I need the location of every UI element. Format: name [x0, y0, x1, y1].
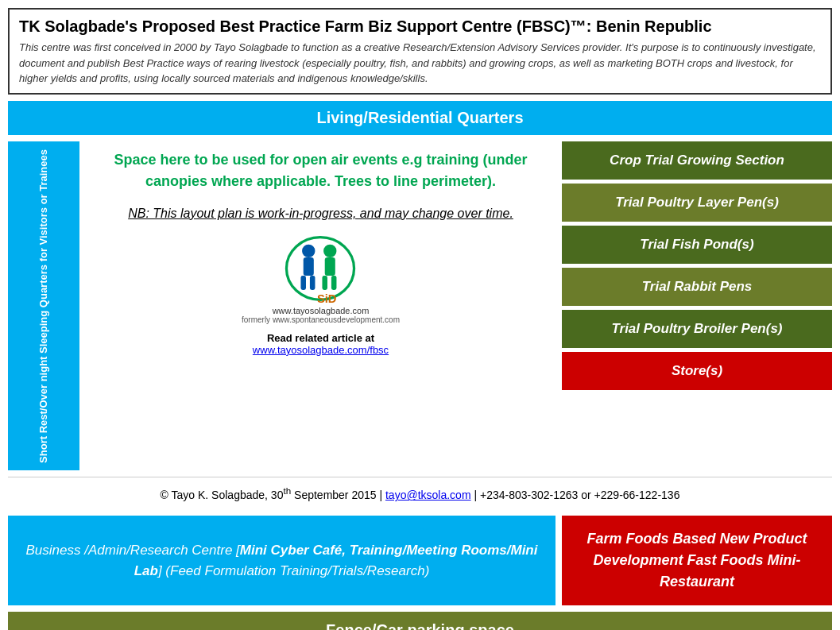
- left-sidebar: Short Rest/Over night Sleeping Quarters …: [8, 141, 79, 471]
- living-bar: Living/Residential Quarters: [8, 101, 832, 135]
- bottom-left-italic2: ] (Feed Formulation Training/Trials/Rese…: [158, 563, 429, 578]
- read-label: Read related article at: [267, 332, 374, 344]
- nb-text: NB: This layout plan is work-in-progress…: [128, 204, 513, 223]
- header-box: TK Solagbade's Proposed Best Practice Fa…: [8, 8, 832, 95]
- living-bar-label: Living/Residential Quarters: [316, 109, 523, 126]
- bottom-right-text: Farm Foods Based New Product Development…: [578, 528, 816, 593]
- svg-rect-4: [310, 276, 315, 290]
- svg-point-5: [324, 244, 337, 257]
- logo-area: SiD www.tayosolagbade.com formerly www.s…: [242, 233, 400, 324]
- broiler-pen-button[interactable]: Trial Poultry Broiler Pen(s): [562, 310, 832, 348]
- fish-pond-label: Trial Fish Pond(s): [640, 237, 753, 253]
- svg-rect-7: [323, 276, 328, 290]
- right-section: Crop Trial Growing Section Trial Poultry…: [562, 141, 832, 471]
- space-text: Space here to be used for open air event…: [102, 149, 540, 192]
- bottom-left-section: Business /Admin/Research Centre [Mini Cy…: [8, 516, 555, 605]
- crop-trial-button[interactable]: Crop Trial Growing Section: [562, 141, 832, 180]
- svg-rect-8: [331, 276, 337, 290]
- svg-point-0: [287, 237, 354, 300]
- svg-point-1: [303, 244, 315, 257]
- bottom-left-text: Business /Admin/Research Centre [Mini Cy…: [24, 540, 540, 581]
- store-button[interactable]: Store(s): [562, 352, 832, 390]
- main-container: TK Solagbade's Proposed Best Practice Fa…: [8, 8, 832, 630]
- header-description: This centre was first conceived in 2000 …: [19, 40, 821, 87]
- rabbit-pens-label: Trial Rabbit Pens: [642, 279, 753, 295]
- center-link[interactable]: www.tayosolagbade.com/fbsc: [253, 344, 389, 356]
- svg-rect-6: [325, 257, 335, 276]
- copyright-superscript: th: [283, 485, 291, 496]
- bottom-left-italic: Business /Admin/Research Centre [: [26, 543, 240, 558]
- logo-website: www.tayosolagbade.com: [273, 306, 370, 315]
- fence-bar: Fence/Car parking space: [8, 612, 832, 630]
- main-layout: Short Rest/Over night Sleeping Quarters …: [8, 141, 832, 471]
- fish-pond-button[interactable]: Trial Fish Pond(s): [562, 226, 832, 264]
- logo-formerly: formerly www.spontaneousdevelopment.com: [242, 315, 400, 324]
- poultry-layer-label: Trial Poultry Layer Pen(s): [615, 195, 779, 211]
- copyright-email[interactable]: tayo@tksola.com: [385, 489, 471, 501]
- store-label: Store(s): [672, 363, 722, 379]
- rabbit-pens-button[interactable]: Trial Rabbit Pens: [562, 268, 832, 306]
- copyright-text3: | +234-803-302-1263 or +229-66-122-136: [471, 489, 680, 501]
- copyright-text2: September 2015 |: [291, 489, 385, 501]
- copyright-text: © Tayo K. Solagbade, 30: [161, 489, 284, 501]
- poultry-layer-button[interactable]: Trial Poultry Layer Pen(s): [562, 184, 832, 222]
- sidebar-label: Short Rest/Over night Sleeping Quarters …: [37, 149, 51, 463]
- svg-rect-3: [301, 276, 307, 290]
- svg-text:SiD: SiD: [317, 292, 337, 304]
- crop-trial-label: Crop Trial Growing Section: [610, 153, 784, 168]
- bottom-right-section: Farm Foods Based New Product Development…: [562, 516, 832, 605]
- bottom-layout: Business /Admin/Research Centre [Mini Cy…: [8, 516, 832, 605]
- copyright-bar: © Tayo K. Solagbade, 30th September 2015…: [8, 477, 832, 509]
- logo-circle: SiD: [281, 233, 360, 304]
- svg-rect-2: [304, 257, 314, 276]
- header-title: TK Solagbade's Proposed Best Practice Fa…: [19, 16, 821, 37]
- broiler-pen-label: Trial Poultry Broiler Pen(s): [611, 321, 782, 337]
- center-section: Space here to be used for open air event…: [86, 141, 555, 471]
- fence-bar-label: Fence/Car parking space: [326, 621, 514, 630]
